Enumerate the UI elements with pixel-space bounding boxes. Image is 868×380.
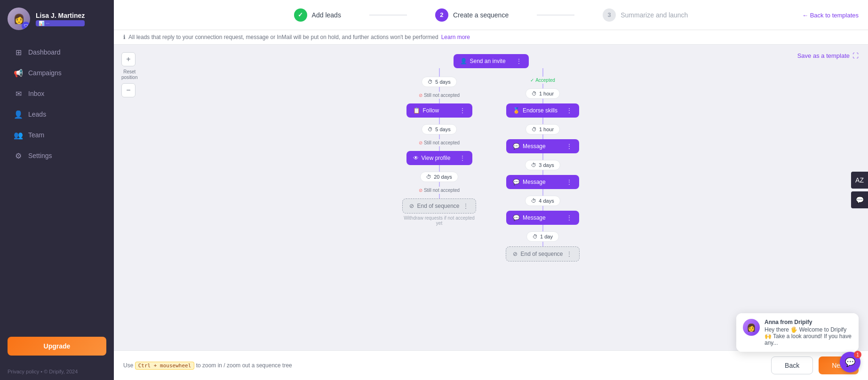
chat-from: Anna from Dripify <box>764 319 852 325</box>
node-menu-icon[interactable]: ⋮ <box>566 142 573 150</box>
sidebar-item-dashboard[interactable]: ⊞ Dashboard <box>5 42 109 62</box>
message-node-1[interactable]: 💬 Message ⋮ <box>506 139 579 153</box>
delay-label: 4 days <box>539 198 554 204</box>
end-icon: ⊘ <box>409 203 414 209</box>
node-menu-icon[interactable]: ⋮ <box>516 57 522 65</box>
sidebar-item-inbox[interactable]: ✉ Inbox <box>5 84 109 103</box>
sidebar-item-label: Leads <box>28 111 46 118</box>
team-icon: 👥 <box>14 131 23 139</box>
step-separator-2 <box>537 15 574 16</box>
send-invite-label: Send an invite <box>470 58 506 64</box>
node-menu-icon[interactable]: ⋮ <box>459 154 466 162</box>
user-name: Lisa J. Martinez <box>36 12 85 19</box>
view-profile-node[interactable]: 👁 View profile ⋮ <box>406 151 472 165</box>
node-menu-icon[interactable]: ⋮ <box>566 178 573 186</box>
delay-label: 1 hour <box>539 91 554 96</box>
message-icon: 💬 <box>513 143 520 150</box>
zoom-controls: + Resetposition − <box>121 52 137 97</box>
sidebar-item-team[interactable]: 👥 Team <box>5 125 109 145</box>
step-circle-inactive: 3 <box>603 8 616 22</box>
chat-avatar: 👩 <box>743 319 760 336</box>
step-create-sequence: 2 Create a sequence <box>435 8 509 22</box>
node-menu-icon[interactable]: ⋮ <box>566 250 573 258</box>
learn-more-link[interactable]: Learn more <box>441 34 470 40</box>
clock-icon: ⏱ <box>531 198 536 204</box>
sidebar: 👩 🛡 Lisa J. Martinez 📊 ··· ⊞ Dashboard 📢… <box>0 0 114 380</box>
cancel-icon: ⊘ <box>419 93 422 98</box>
message-label: Message <box>523 214 546 221</box>
cancel-icon: ⊘ <box>419 188 422 193</box>
delay-1hour-2: ⏱ 1 hour <box>526 124 560 135</box>
chat-badge: 1 <box>854 351 861 358</box>
reset-position-button[interactable]: Resetposition <box>121 68 137 81</box>
settings-icon: ⚙ <box>14 151 23 160</box>
message-icon: 💬 <box>513 179 520 185</box>
user-info: Lisa J. Martinez 📊 ··· <box>36 12 85 26</box>
end-sequence-right-node[interactable]: ⊘ End of sequence ⋮ <box>506 246 579 261</box>
inbox-icon: ✉ <box>14 89 23 98</box>
info-icon: ℹ <box>123 34 126 40</box>
canvas-area: + Resetposition − Save as a template ⛶ 👤… <box>114 45 868 350</box>
delay-label: 5 days <box>435 79 450 85</box>
clock-icon: ⏱ <box>532 127 537 132</box>
delay-label: 20 days <box>434 174 452 180</box>
step-label-add-leads: Add leads <box>312 11 341 19</box>
bottom-bar: Use Ctrl + mousewheel to zoom in / zoom … <box>114 350 868 380</box>
chat-header: 👩 Anna from Dripify Hey there 🖐 Welcome … <box>736 313 859 352</box>
node-menu-icon[interactable]: ⋮ <box>462 202 469 210</box>
side-btn-1[interactable]: AZ <box>851 172 868 189</box>
campaigns-icon: 📢 <box>14 69 23 77</box>
follow-label: Follow <box>423 107 439 114</box>
stepper: ✓ Add leads 2 Create a sequence 3 Summar… <box>114 0 868 30</box>
still-not-accepted-2: ⊘ Still not accepted <box>419 140 460 145</box>
back-to-templates-link[interactable]: ← Back to templates <box>802 11 859 18</box>
sidebar-item-leads[interactable]: 👤 Leads <box>5 104 109 124</box>
sidebar-header: 👩 🛡 Lisa J. Martinez 📊 ··· <box>0 0 114 38</box>
side-btn-2[interactable]: 💬 <box>851 191 868 208</box>
chat-content: Anna from Dripify Hey there 🖐 Welcome to… <box>764 319 852 346</box>
back-button[interactable]: Back <box>771 356 813 374</box>
still-not-accepted-3: ⊘ Still not accepted <box>419 188 460 193</box>
node-menu-icon[interactable]: ⋮ <box>566 214 573 222</box>
chat-widget: 👩 Anna from Dripify Hey there 🖐 Welcome … <box>736 313 859 352</box>
zoom-out-button[interactable]: − <box>121 83 135 97</box>
message-label: Message <box>523 143 546 150</box>
person-icon: 👤 <box>460 58 467 64</box>
hint-suffix: to zoom in / zoom out a sequence tree <box>196 362 292 369</box>
user-badge: 📊 ··· <box>36 20 85 26</box>
follow-node[interactable]: 📋 Follow ⋮ <box>406 103 472 118</box>
delay-5days-2: ⏱ 5 days <box>422 124 456 135</box>
node-menu-icon[interactable]: ⋮ <box>459 107 466 114</box>
clock-icon: ⏱ <box>428 79 433 85</box>
node-menu-icon[interactable]: ⋮ <box>566 107 573 114</box>
sidebar-nav: ⊞ Dashboard 📢 Campaigns ✉ Inbox 👤 Leads … <box>0 38 114 329</box>
avatar: 👩 🛡 <box>8 8 30 30</box>
still-not-accepted-1: ⊘ Still not accepted <box>419 93 460 98</box>
delay-20days: ⏱ 20 days <box>420 172 458 182</box>
chat-icon: 💬 <box>845 357 855 367</box>
upgrade-button[interactable]: Upgrade <box>8 337 106 356</box>
chat-toggle-button[interactable]: 💬 1 <box>840 352 860 372</box>
clock-icon: ⏱ <box>428 127 433 132</box>
endorse-skills-node[interactable]: 🏅 Endorse skills ⋮ <box>506 103 579 118</box>
hint-text: Use Ctrl + mousewheel to zoom in / zoom … <box>123 362 292 369</box>
badge-text: ··· <box>46 21 49 26</box>
clock-icon: ⏱ <box>532 91 537 96</box>
zoom-in-button[interactable]: + <box>121 52 135 66</box>
delay-label: 5 days <box>435 127 450 132</box>
end-sequence-left-node[interactable]: ⊘ End of sequence ⋮ <box>402 198 476 214</box>
step-add-leads: ✓ Add leads <box>294 8 341 22</box>
message-node-3[interactable]: 💬 Message ⋮ <box>506 211 579 225</box>
end-note: Withdraw requests if not accepted yet <box>402 215 477 226</box>
sidebar-item-label: Dashboard <box>28 48 61 56</box>
badge-icon: 📊 <box>39 21 44 26</box>
sequence-canvas: 👤 Send an invite ⋮ ⏱ 5 days <box>114 45 868 350</box>
message-node-2[interactable]: 💬 Message ⋮ <box>506 175 579 189</box>
sidebar-item-label: Settings <box>28 152 52 159</box>
sidebar-item-settings[interactable]: ⚙ Settings <box>5 146 109 166</box>
info-text: All leads that reply to your connection … <box>128 34 438 40</box>
shield-icon: 🛡 <box>22 22 30 30</box>
send-invite-node[interactable]: 👤 Send an invite ⋮ <box>454 54 529 68</box>
sidebar-item-label: Campaigns <box>28 69 62 77</box>
sidebar-item-campaigns[interactable]: 📢 Campaigns <box>5 63 109 83</box>
